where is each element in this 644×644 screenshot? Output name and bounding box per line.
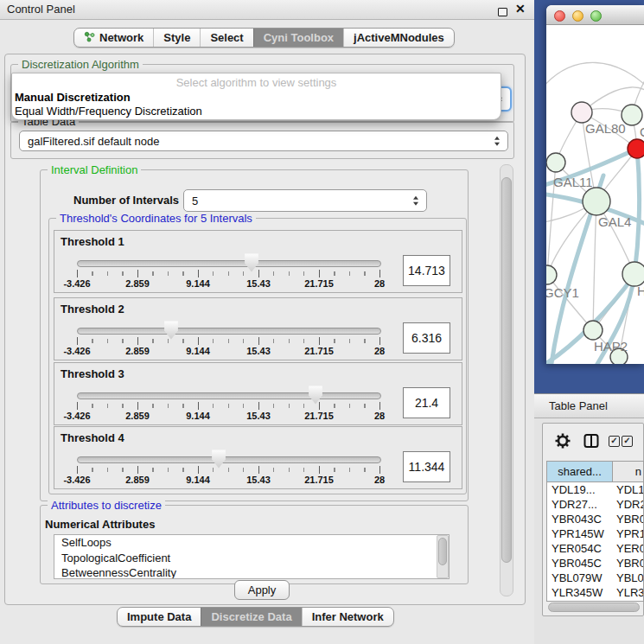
threshold-1-slider-track[interactable] [77,260,381,267]
node-gcy1[interactable] [546,265,557,284]
table-panel-title: Table Panel [549,399,608,412]
cell-shared-name[interactable]: YBR045C [547,556,612,571]
cell-name[interactable]: YLR3 [612,585,643,600]
table-row[interactable]: YIL052C YIL0 [547,600,643,602]
cell-name[interactable]: YDR2 [612,497,643,512]
tick-label: 2.859 [114,475,161,485]
tab-network[interactable]: Network [74,29,153,47]
node-label: GAL4 [598,214,631,229]
table-horizontal-scrollbar-thumb[interactable] [548,603,640,612]
minimize-traffic-light-icon[interactable] [572,10,583,22]
numerical-attributes-list[interactable]: SelfLoops TopologicalCoefficient Between… [54,534,450,579]
network-graph-canvas[interactable]: GAL80 G. C GAL11 GAL4 GCY1 H HAP2 [546,24,644,364]
list-item[interactable]: TopologicalCoefficient [54,551,449,566]
table-panel-titlebar: Table Panel [534,393,644,418]
tab-infer-network[interactable]: Infer Network [302,608,393,626]
apply-button[interactable]: Apply [234,580,290,600]
column-layout-icon[interactable] [583,432,600,453]
threshold-1-ticks [77,270,380,278]
cell-shared-name[interactable]: YPR145W [547,526,612,541]
threshold-4-value-field[interactable]: 11.344 [403,451,450,482]
node-h[interactable] [622,262,644,286]
table-panel: ✓ ✓ shared... n YDL19... YDL1 YDR27... Y… [542,423,644,616]
checked-checkbox-icon[interactable]: ✓ [609,436,620,447]
column-header-name[interactable]: n [613,462,643,481]
node-red[interactable] [628,139,644,158]
tick-label: 21.715 [296,411,342,421]
table-row[interactable]: YDR27... YDR2 [547,497,643,512]
cell-shared-name[interactable]: YBR043C [547,512,612,526]
threshold-4-label: Threshold 4 [61,431,124,444]
table-row[interactable]: YBL079W YBL0 [547,571,643,585]
cell-name[interactable]: YBR0 [612,556,643,571]
cell-shared-name[interactable]: YER054C [547,541,612,556]
threshold-2-slider-track[interactable] [77,328,381,335]
table-row[interactable]: YPR145W YPR1 [547,526,643,541]
tab-discretize-data[interactable]: Discretize Data [201,608,301,626]
tick-label: 28 [356,346,403,356]
popup-item-manual-discretization[interactable]: Manual Discretization [15,91,131,104]
threshold-1-value-field[interactable]: 14.713 [403,255,450,286]
node-label: GCY1 [546,285,579,300]
table-row[interactable]: YDL19... YDL1 [547,482,643,497]
cell-shared-name[interactable]: YLR345W [547,585,612,600]
algorithm-dropdown-popup: Select algorithm to view settings Manual… [11,73,501,120]
float-window-icon[interactable] [498,8,507,16]
tab-impute-data[interactable]: Impute Data [118,608,201,626]
tick-label: 28 [356,411,403,421]
cell-name[interactable]: YER0 [612,541,643,556]
list-item[interactable]: BetweennessCentrality [54,565,449,579]
control-panel-tabs: Network Style Select Cyni Toolbox jActiv… [73,28,455,48]
network-view-window[interactable]: GAL80 G. C GAL11 GAL4 GCY1 H HAP2 [546,5,644,364]
threshold-4-slider-track[interactable] [77,456,381,463]
column-header-shared-name[interactable]: shared... [547,462,613,481]
gear-icon[interactable] [554,432,571,453]
cell-name[interactable]: YBL0 [612,571,643,585]
zoom-traffic-light-icon[interactable] [590,10,602,22]
tick-label: 9.144 [175,278,221,289]
number-of-intervals-combobox[interactable]: 5 [183,189,427,212]
tab-jactivemnodules[interactable]: jActiveMNodules [343,29,454,47]
cell-name[interactable]: YBR0 [612,512,643,526]
attributes-scrollbar[interactable] [437,535,449,578]
table-row[interactable]: YER054C YER0 [547,541,643,556]
cell-shared-name[interactable]: YDL19... [547,482,612,497]
network-window-titlebar[interactable] [546,5,644,25]
cell-name[interactable]: YIL0 [612,600,643,602]
table-data-combobox[interactable]: galFiltered.sif default node [19,131,508,151]
tab-cyni-toolbox[interactable]: Cyni Toolbox [253,29,343,47]
threshold-3-value-field[interactable]: 21.4 [403,387,450,418]
cell-name[interactable]: YPR1 [612,526,643,541]
attributes-scrollbar-thumb[interactable] [438,538,447,565]
table-row[interactable]: YBR045C YBR0 [547,556,643,571]
checked-checkbox-icon[interactable]: ✓ [622,436,633,447]
node-gal4[interactable] [583,188,610,215]
close-traffic-light-icon[interactable] [554,10,565,22]
settings-scrollbar-thumb[interactable] [501,177,512,563]
node-hap2[interactable] [583,321,603,340]
tick-label: 9.144 [175,475,221,485]
node-gal11[interactable] [546,153,565,172]
node-attribute-table[interactable]: shared... n YDL19... YDL1 YDR27... YDR2 … [546,461,644,602]
table-row[interactable]: YBR043C YBR0 [547,512,643,526]
tick-label: 21.715 [296,475,342,485]
table-row[interactable]: YLR345W YLR3 [547,585,643,600]
node-gal80[interactable] [571,102,592,123]
tick-label: 15.43 [235,278,282,289]
cell-shared-name[interactable]: YIL052C [547,600,612,602]
threshold-2-value-field[interactable]: 6.316 [403,322,450,354]
cell-shared-name[interactable]: YBL079W [547,571,612,585]
table-data-value: galFiltered.sif default node [28,135,159,148]
threshold-3-slider-track[interactable] [77,392,381,399]
tab-style-label: Style [163,31,190,44]
threshold-1-scale: -3.426 2.859 9.144 15.43 21.715 28 [77,278,380,289]
tab-select[interactable]: Select [200,29,252,47]
cell-shared-name[interactable]: YDR27... [547,497,612,512]
list-item[interactable]: SelfLoops [54,535,449,551]
settings-scrollbar[interactable] [500,164,513,596]
popup-item-equal-width[interactable]: Equal Width/Frequency Discretization [15,105,202,118]
tab-style[interactable]: Style [153,29,200,47]
tab-jactivemnodules-label: jActiveMNodules [354,31,444,44]
cell-name[interactable]: YDL1 [612,482,643,497]
close-icon[interactable]: ✕ [515,2,526,16]
